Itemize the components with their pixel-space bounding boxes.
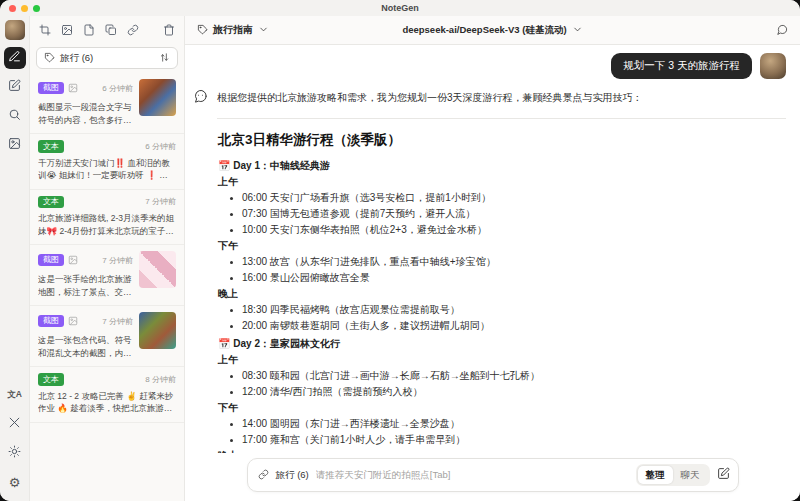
bot-icon <box>193 89 208 108</box>
note-card-main: 文本6 分钟前千万别进天安门城门‼️ 血和泪的教训😭 姐妹们！一定要听劝呀 ❗ … <box>38 140 176 182</box>
tag-icon <box>44 49 55 67</box>
x-social-button[interactable] <box>4 413 26 435</box>
note-title: 旅行指南 <box>213 23 253 37</box>
note-card-main: 截图7 分钟前这是一张包含代码、符号和混乱文本的截图，内容难以辨识，似乎涉及技术… <box>38 312 133 359</box>
mode-organize-button[interactable]: 整理 <box>638 466 673 484</box>
note-timestamp: 7 分钟前 <box>145 196 176 207</box>
note-card[interactable]: 文本6 分钟前千万别进天安门城门‼️ 血和泪的教训😭 姐妹们！一定要听劝呀 ❗ … <box>30 134 184 190</box>
model-name: deepseek-ai/DeepSeek-V3 (硅基流动) <box>402 24 566 37</box>
note-card-header: 截图6 分钟前 <box>38 79 133 97</box>
sidebar: 旅行 (6) 截图6 分钟前截图显示一段混合文字与符号的内容，包含多行无序排列的… <box>30 16 185 501</box>
doc-bullet-item: 17:00 雍和宫（关门前1小时人少，请手串需早到） <box>218 432 786 448</box>
language-button[interactable]: 文A <box>4 384 26 406</box>
note-type-badge: 文本 <box>38 196 64 209</box>
note-card-main: 截图7 分钟前这是一张手绘的北京旅游地图，标注了景点、交通方式和门票价格，如天安… <box>38 251 133 298</box>
doc-bullet-item: 20:00 南锣鼓巷逛胡同（主街人多，建议拐进帽儿胡同） <box>218 318 786 334</box>
doc-bullet-item: 06:00 天安门广场看升旗（选3号安检口，提前1小时到） <box>218 190 786 206</box>
mode-chat-button[interactable]: 聊天 <box>673 466 708 484</box>
file-icon[interactable] <box>83 22 95 40</box>
note-timestamp: 8 分钟前 <box>145 374 176 385</box>
assistant-intro: 根据您提供的北京旅游攻略和需求，我为您规划一份3天深度游行程，兼顾经典景点与实用… <box>217 89 643 105</box>
chat-input[interactable]: 旅行 (6) 请推荐天安门附近的拍照点[Tab] 整理 聊天 <box>247 458 739 492</box>
doc-time-label: 上午 <box>218 174 786 190</box>
doc-bullet-item: 14:00 圆明园（东门进→西洋楼遗址→全景沙盘） <box>218 416 786 432</box>
note-card-header: 文本8 分钟前 <box>38 373 176 386</box>
doc-bullet-item: 08:30 颐和园（北宫门进→画中游→长廊→石舫→坐船到十七孔桥） <box>218 368 786 384</box>
input-tag-chip[interactable]: 旅行 (6) <box>276 469 309 482</box>
user-avatar <box>760 53 786 79</box>
note-card-header: 文本6 分钟前 <box>38 140 176 153</box>
note-card-header: 文本7 分钟前 <box>38 196 176 209</box>
doc-time-label: 下午 <box>218 400 786 416</box>
doc-title: 北京3日精华游行程（淡季版） <box>218 130 786 150</box>
doc-bullet-item: 12:00 清华/西门拍照（需提前预约入校） <box>218 384 786 400</box>
user-message-bubble: 规划一下 3 天的旅游行程 <box>611 53 752 79</box>
model-selector[interactable]: deepseek-ai/DeepSeek-V3 (硅基流动) <box>185 21 800 39</box>
note-preview-text: 北京旅游详细路线, 2-3月淡季来的姐妹🎀 2-4月份打算来北京玩的宝子 不用再… <box>38 212 176 237</box>
note-card[interactable]: 文本8 分钟前北京 12 - 2 攻略已完善 ✌️ 赶紧来抄作业 🔥 趁着淡季，… <box>30 367 184 423</box>
compose-send-button[interactable] <box>717 466 730 484</box>
app-window: NoteGen 文A <box>0 0 800 501</box>
doc-bullet-item: 13:00 故宫（从东华门进免排队，重点看中轴线+珍宝馆） <box>218 254 786 270</box>
doc-day-heading: 📅 Day 1：中轴线经典游 <box>218 158 786 174</box>
note-card[interactable]: 截图6 分钟前截图显示一段混合文字与符号的内容，包含多行无序排列的字母、数字和符… <box>30 73 184 134</box>
input-bar-wrap: 旅行 (6) 请推荐天安门附近的拍照点[Tab] 整理 聊天 <box>185 453 800 501</box>
doc-bullet-item: 18:30 四季民福烤鸭（故宫店观景位需提前取号） <box>218 302 786 318</box>
main-panel: deepseek-ai/DeepSeek-V3 (硅基流动) 旅行指南 规划一下… <box>185 16 800 501</box>
sidebar-toolbar <box>30 16 184 45</box>
doc-bullet-item: 07:30 国博无包通道参观（提前7天预约，避开人流） <box>218 206 786 222</box>
screenshot-capture-icon[interactable] <box>39 22 51 40</box>
note-card-main: 文本8 分钟前北京 12 - 2 攻略已完善 ✌️ 赶紧来抄作业 🔥 趁着淡季，… <box>38 373 176 415</box>
note-type-badge: 截图 <box>38 315 64 328</box>
nav-gallery-button[interactable] <box>4 134 26 156</box>
link-icon[interactable] <box>127 22 139 40</box>
note-list: 截图6 分钟前截图显示一段混合文字与符号的内容，包含多行无序排列的字母、数字和符… <box>30 73 184 501</box>
note-timestamp: 6 分钟前 <box>145 141 176 152</box>
note-card-header: 截图7 分钟前 <box>38 251 133 269</box>
translate-icon: 文A <box>7 389 22 401</box>
note-card[interactable]: 截图7 分钟前这是一张包含代码、符号和混乱文本的截图，内容难以辨识，似乎涉及技术… <box>30 306 184 367</box>
note-card[interactable]: 截图7 分钟前这是一张手绘的北京旅游地图，标注了景点、交通方式和门票价格，如天安… <box>30 245 184 306</box>
pen-icon <box>8 49 21 67</box>
clear-chat-button[interactable] <box>777 21 788 39</box>
nav-search-button[interactable] <box>4 105 26 127</box>
note-timestamp: 7 分钟前 <box>102 255 133 266</box>
nav-record-button[interactable] <box>4 47 26 69</box>
tag-filter-select[interactable]: 旅行 (6) <box>36 47 178 69</box>
note-card-main: 截图6 分钟前截图显示一段混合文字与符号的内容，包含多行无序排列的字母、数字和符… <box>38 79 133 126</box>
doc-day-heading: 📅 Day 2：皇家园林文化行 <box>218 336 786 352</box>
image-icon <box>68 79 78 97</box>
main-header: deepseek-ai/DeepSeek-V3 (硅基流动) 旅行指南 <box>185 16 800 45</box>
doc-time-label: 晚上 <box>218 286 786 302</box>
doc-bullet-item: 10:00 天安门东侧华表拍照（机位2+3，避免过金水桥） <box>218 222 786 238</box>
chat-area[interactable]: 规划一下 3 天的旅游行程 根据您提供的北京旅游攻略和需求，我为您规划一份3天深… <box>185 45 800 453</box>
theme-toggle-button[interactable] <box>4 442 26 464</box>
gallery-icon <box>8 136 21 154</box>
note-type-badge: 截图 <box>38 254 64 267</box>
x-icon <box>8 415 21 433</box>
image-icon <box>68 312 78 330</box>
note-timestamp: 7 分钟前 <box>102 316 133 327</box>
chevron-down-icon <box>258 21 269 39</box>
link-icon <box>258 466 269 484</box>
trash-icon[interactable] <box>163 22 175 40</box>
gear-icon: ⚙ <box>9 476 21 489</box>
note-type-badge: 文本 <box>38 140 64 153</box>
nav-write-button[interactable] <box>4 76 26 98</box>
titlebar: NoteGen <box>0 0 800 16</box>
note-selector[interactable]: 旅行指南 <box>197 21 269 39</box>
user-avatar[interactable] <box>5 20 25 40</box>
search-icon <box>8 107 21 125</box>
note-thumbnail <box>139 312 176 349</box>
note-card[interactable]: 文本7 分钟前北京旅游详细路线, 2-3月淡季来的姐妹🎀 2-4月份打算来北京玩… <box>30 190 184 246</box>
clipboard-icon[interactable] <box>105 22 117 40</box>
divider <box>217 118 786 119</box>
user-message-row: 规划一下 3 天的旅游行程 <box>193 53 786 79</box>
note-thumbnail <box>139 79 176 116</box>
settings-button[interactable]: ⚙ <box>4 471 26 493</box>
note-card-main: 文本7 分钟前北京旅游详细路线, 2-3月淡季来的姐妹🎀 2-4月份打算来北京玩… <box>38 196 176 238</box>
insert-image-icon[interactable] <box>61 22 73 40</box>
doc-bullet-item: 16:00 景山公园俯瞰故宫全景 <box>218 270 786 286</box>
note-preview-text: 这是一张手绘的北京旅游地图，标注了景点、交通方式和门票价格，如天安... <box>38 273 133 298</box>
sort-icon[interactable] <box>159 49 170 67</box>
